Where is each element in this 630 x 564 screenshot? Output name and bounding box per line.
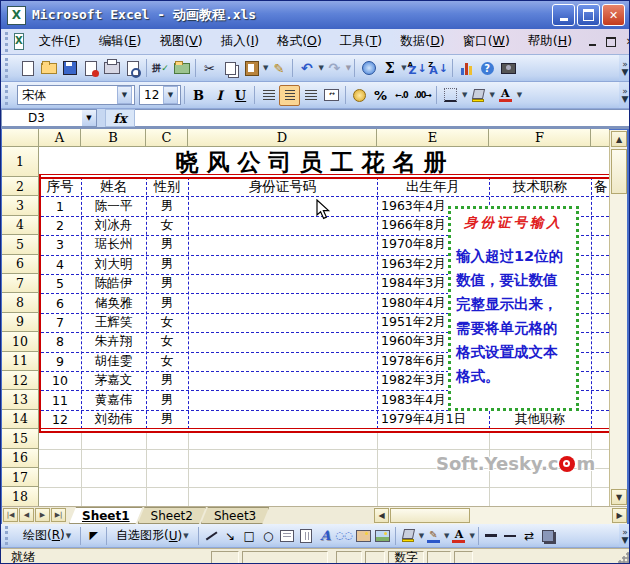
sort-descending-button[interactable]: ZA↓ (428, 58, 449, 79)
resize-grip[interactable] (617, 551, 630, 564)
doc-restore-button[interactable] (603, 35, 619, 49)
fill-color-button[interactable] (467, 85, 488, 106)
align-left-button[interactable] (258, 85, 279, 106)
clip-art-button[interactable] (354, 525, 373, 546)
redo-button[interactable]: ↷ (324, 58, 345, 79)
align-right-button[interactable] (300, 85, 321, 106)
row-header-17[interactable]: 17 (2, 468, 39, 487)
font-name-combo[interactable]: 宋体 ▼ (17, 85, 135, 105)
last-sheet-button[interactable]: ▶| (51, 508, 66, 522)
percent-button[interactable]: % (370, 85, 391, 106)
worksheet-grid[interactable]: ABCDEF123456789101112131415161718晓风公司员工花… (2, 129, 609, 506)
table-cell[interactable]: 男 (146, 410, 188, 429)
scroll-down-button[interactable]: ▼ (611, 489, 627, 505)
insert-function-button[interactable]: fx (105, 109, 135, 127)
undo-button[interactable]: ↶ (296, 58, 317, 79)
borders-button[interactable] (440, 85, 461, 106)
row-header-16[interactable]: 16 (2, 449, 39, 468)
table-cell[interactable]: 10 (39, 371, 81, 390)
table-cell[interactable]: 12 (39, 410, 81, 429)
print-preview-button[interactable] (122, 58, 143, 79)
table-cell[interactable]: 男 (146, 293, 188, 312)
next-sheet-button[interactable]: ▶ (35, 508, 50, 522)
previous-sheet-button[interactable]: ◀ (19, 508, 34, 522)
table-cell[interactable]: 女 (146, 313, 188, 332)
text-box-button[interactable] (278, 525, 297, 546)
table-header-cell[interactable]: 身份证号码 (188, 177, 377, 196)
formula-input[interactable] (135, 109, 630, 127)
row-header-15[interactable]: 15 (2, 429, 39, 448)
table-cell[interactable]: 5 (39, 274, 81, 293)
table-cell[interactable]: 男 (146, 235, 188, 254)
doc-close-button[interactable]: ✕ (622, 35, 630, 49)
column-header-A[interactable]: A (39, 129, 81, 147)
row-header-6[interactable]: 6 (2, 255, 39, 274)
table-cell[interactable]: 2 (39, 216, 81, 235)
row-header-9[interactable]: 9 (2, 313, 39, 332)
row-header-14[interactable]: 14 (2, 410, 39, 429)
toolbar-grip[interactable] (5, 58, 13, 79)
menu-帮助(H)[interactable]: 帮助(H) (519, 30, 581, 53)
table-cell[interactable]: 其他职称 (489, 410, 591, 429)
increase-decimal-button[interactable]: ←.0 (391, 85, 412, 106)
copy-button[interactable] (220, 58, 241, 79)
minimize-button[interactable] (552, 4, 575, 26)
help-button[interactable]: ? (477, 58, 498, 79)
row-header-4[interactable]: 4 (2, 216, 39, 235)
row-header-18[interactable]: 18 (2, 487, 39, 506)
menu-窗口(W)[interactable]: 窗口(W) (454, 30, 519, 53)
paste-button[interactable] (241, 58, 262, 79)
table-cell[interactable]: 8 (39, 332, 81, 351)
row-header-3[interactable]: 3 (2, 196, 39, 215)
menu-工具(T)[interactable]: 工具(T) (331, 30, 391, 53)
column-header-B[interactable]: B (81, 129, 146, 147)
toolbar-grip[interactable] (5, 85, 13, 106)
menu-编辑(E)[interactable]: 编辑(E) (90, 30, 151, 53)
horizontal-scrollbar[interactable]: ◀ ▶ (374, 507, 627, 524)
merge-center-button[interactable]: ↔ (321, 85, 342, 106)
font-color-button[interactable]: A (495, 85, 516, 106)
research-button[interactable] (171, 58, 192, 79)
bold-button[interactable]: B (188, 85, 209, 106)
shape-fill-color-button[interactable] (399, 525, 418, 546)
menu-视图(V)[interactable]: 视图(V) (150, 30, 211, 53)
toolbar-options-button[interactable]: »▼ (619, 55, 630, 81)
save-button[interactable] (59, 58, 80, 79)
vertical-scrollbar[interactable]: ▲ ▼ (609, 130, 627, 506)
camera-button[interactable] (498, 58, 519, 79)
table-cell[interactable]: 王辉笑 (81, 313, 146, 332)
chart-wizard-button[interactable] (456, 58, 477, 79)
table-cell[interactable]: 3 (39, 235, 81, 254)
column-header-C[interactable]: C (146, 129, 188, 147)
select-arrow-button[interactable]: ◤ (84, 525, 103, 546)
table-cell[interactable]: 刘冰舟 (81, 216, 146, 235)
decrease-decimal-button[interactable]: .00→ (412, 85, 433, 106)
toolbar-options-button[interactable]: »▼ (619, 524, 630, 547)
format-painter-button[interactable]: ✎ (268, 58, 289, 79)
draw-menu-button[interactable]: 绘图(R)▼ (17, 525, 77, 546)
scroll-right-button[interactable]: ▶ (612, 508, 627, 523)
table-cell[interactable]: 茅嘉文 (81, 371, 146, 390)
table-cell[interactable]: 琚长州 (81, 235, 146, 254)
row-header-1[interactable]: 1 (2, 147, 39, 177)
toolbar-options-button[interactable]: »▼ (619, 82, 630, 108)
maximize-button[interactable] (577, 4, 600, 26)
table-cell[interactable]: 11 (39, 390, 81, 409)
scroll-up-button[interactable]: ▲ (611, 131, 627, 147)
column-header-G[interactable] (591, 129, 609, 147)
table-cell[interactable]: 女 (146, 216, 188, 235)
table-cell[interactable]: 男 (146, 196, 188, 215)
table-cell[interactable]: 1979年4月1日 (377, 410, 493, 429)
arrow-button[interactable]: ↘ (221, 525, 240, 546)
sheet-tab-sheet2[interactable]: Sheet2 (138, 507, 206, 524)
table-cell[interactable]: 刘大明 (81, 255, 146, 274)
column-header-D[interactable]: D (188, 129, 377, 147)
sheet-tab-sheet3[interactable]: Sheet3 (201, 507, 269, 524)
horizontal-scroll-thumb[interactable] (390, 508, 470, 523)
menu-文件(F)[interactable]: 文件(F) (30, 30, 90, 53)
picture-button[interactable] (373, 525, 392, 546)
table-header-cell[interactable]: 出生年月 (377, 177, 489, 196)
font-size-combo[interactable]: 12 ▼ (139, 85, 181, 105)
name-box[interactable]: D3 ▼ (1, 109, 97, 127)
menu-插入(I)[interactable]: 插入(I) (212, 30, 268, 53)
